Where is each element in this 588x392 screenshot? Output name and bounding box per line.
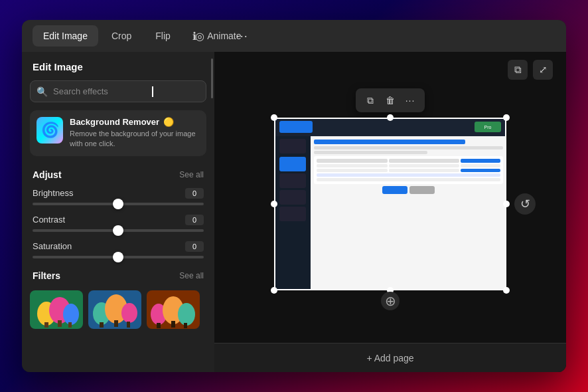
filters-see-all[interactable]: See all — [179, 271, 204, 280]
svg-point-17 — [178, 303, 195, 326]
handle-top-right[interactable] — [503, 114, 510, 121]
handle-mid-right[interactable] — [503, 201, 510, 207]
svg-rect-18 — [157, 323, 161, 328]
brightness-label: Brightness — [33, 188, 73, 198]
saturation-slider-row: Saturation 0 — [22, 239, 214, 265]
contrast-label-row: Contrast 0 — [33, 215, 204, 225]
search-input[interactable] — [30, 80, 206, 102]
bg-remover-title: Background Remover 🟡 — [70, 117, 200, 127]
brightness-track[interactable] — [33, 203, 204, 205]
ccleaner-screenshot: Pro — [274, 118, 506, 290]
search-box: 🔍 — [30, 80, 206, 102]
tab-flip-label: Flip — [155, 31, 171, 41]
float-copy-icon: ⧉ — [367, 95, 374, 106]
handle-bottom-right[interactable] — [503, 287, 510, 294]
main-content: Edit Image 🔍 🌀 Background Remover 🟡 — [22, 52, 566, 372]
canvas-copy-icon: ⧉ — [514, 64, 522, 76]
add-page-label: + Add page — [366, 353, 413, 363]
tab-flip[interactable]: Flip — [145, 25, 181, 47]
filter-2-preview — [88, 290, 141, 329]
contrast-value: 0 — [185, 215, 204, 225]
saturation-value: 0 — [185, 241, 204, 252]
svg-rect-11 — [100, 322, 104, 328]
contrast-thumb[interactable] — [113, 225, 123, 236]
more-options-btn[interactable]: ··· — [232, 25, 253, 47]
rotate-icon: ↺ — [520, 197, 530, 211]
rotate-btn[interactable]: ↺ — [514, 193, 536, 215]
filter-3-preview — [147, 290, 200, 329]
filters-strip — [22, 286, 214, 337]
float-more-icon: ··· — [405, 95, 415, 106]
panel-title: Edit Image — [22, 52, 214, 78]
contrast-slider-row: Contrast 0 — [22, 212, 214, 239]
filter-thumb-3[interactable] — [147, 290, 200, 329]
more-icon: ··· — [236, 29, 248, 43]
filters-title: Filters — [33, 270, 60, 281]
bottom-icon: ⊕ — [385, 293, 396, 309]
canvas-expand-btn[interactable]: ⤢ — [533, 60, 553, 80]
animate-icon-btn[interactable]: ◎ Animate — [208, 25, 229, 47]
bottom-center-icon[interactable]: ⊕ — [381, 292, 400, 310]
tab-edit-image-label: Edit Image — [43, 31, 88, 41]
app-container: Edit Image Crop Flip ℹ ◎ Animate ··· Edi… — [22, 20, 566, 372]
left-panel-inner: Edit Image 🔍 🌀 Background Remover 🟡 — [22, 52, 214, 372]
canvas-area: ⧉ ⤢ ⧉ 🗑 — [214, 52, 566, 343]
brightness-slider-row: Brightness 0 — [22, 185, 214, 212]
bg-remover-emoji: 🟡 — [163, 117, 174, 127]
saturation-label: Saturation — [33, 241, 72, 251]
contrast-label: Contrast — [33, 215, 65, 225]
svg-rect-13 — [127, 322, 130, 328]
contrast-track[interactable] — [33, 229, 204, 232]
float-toolbar: ⧉ 🗑 ··· — [356, 88, 425, 112]
float-delete-icon: 🗑 — [386, 95, 395, 106]
filter-1-preview — [30, 290, 83, 329]
image-container: ⧉ 🗑 ··· — [274, 118, 506, 290]
handle-bottom-left[interactable] — [271, 287, 277, 294]
saturation-track[interactable] — [33, 256, 204, 258]
canvas-copy-btn[interactable]: ⧉ — [508, 60, 528, 80]
adjust-section-header: Adjust See all — [22, 164, 214, 185]
saturation-label-row: Saturation 0 — [33, 241, 204, 252]
svg-point-3 — [63, 304, 79, 325]
saturation-thumb[interactable] — [113, 252, 123, 262]
svg-rect-20 — [184, 323, 187, 328]
brightness-label-row: Brightness 0 — [33, 188, 204, 199]
adjust-see-all[interactable]: See all — [179, 170, 204, 179]
handle-top-left[interactable] — [271, 114, 277, 121]
search-icon: 🔍 — [37, 86, 48, 97]
brightness-value: 0 — [185, 188, 204, 199]
bg-remover-card[interactable]: 🌀 Background Remover 🟡 Remove the backgr… — [30, 110, 206, 156]
bg-remover-desc: Remove the background of your image with… — [70, 129, 200, 149]
scroll-indicator — [211, 58, 213, 98]
svg-rect-5 — [58, 320, 62, 327]
canvas-expand-icon: ⤢ — [539, 64, 548, 76]
text-cursor — [152, 86, 153, 97]
top-right-actions: ⧉ ⤢ — [508, 60, 553, 80]
svg-rect-19 — [171, 321, 175, 328]
svg-rect-4 — [44, 322, 48, 328]
bg-remover-icon: 🌀 — [37, 117, 63, 144]
toolbar: Edit Image Crop Flip ℹ ◎ Animate ··· — [22, 20, 566, 52]
right-panel: ⧉ ⤢ ⧉ 🗑 — [214, 52, 566, 372]
brightness-thumb[interactable] — [113, 199, 123, 209]
filter-thumb-1[interactable] — [30, 290, 83, 329]
left-panel: Edit Image 🔍 🌀 Background Remover 🟡 — [22, 52, 214, 372]
svg-point-10 — [121, 303, 137, 323]
svg-rect-6 — [68, 322, 72, 328]
animate-circle-icon: ◎ — [195, 30, 204, 43]
handle-top-mid[interactable] — [387, 114, 394, 121]
float-copy-btn[interactable]: ⧉ — [361, 91, 380, 110]
bg-remover-text: Background Remover 🟡 Remove the backgrou… — [70, 117, 200, 149]
filters-section-header: Filters See all — [22, 265, 214, 286]
svg-rect-12 — [114, 320, 118, 327]
filter-thumb-2[interactable] — [88, 290, 141, 329]
float-delete-btn[interactable]: 🗑 — [381, 91, 400, 110]
tab-crop[interactable]: Crop — [101, 25, 142, 47]
float-more-btn[interactable]: ··· — [401, 91, 419, 110]
handle-mid-left[interactable] — [271, 201, 277, 207]
tab-crop-label: Crop — [111, 31, 131, 41]
add-page-bar[interactable]: + Add page — [214, 343, 566, 372]
tab-edit-image[interactable]: Edit Image — [33, 25, 98, 47]
adjust-title: Adjust — [33, 169, 62, 180]
